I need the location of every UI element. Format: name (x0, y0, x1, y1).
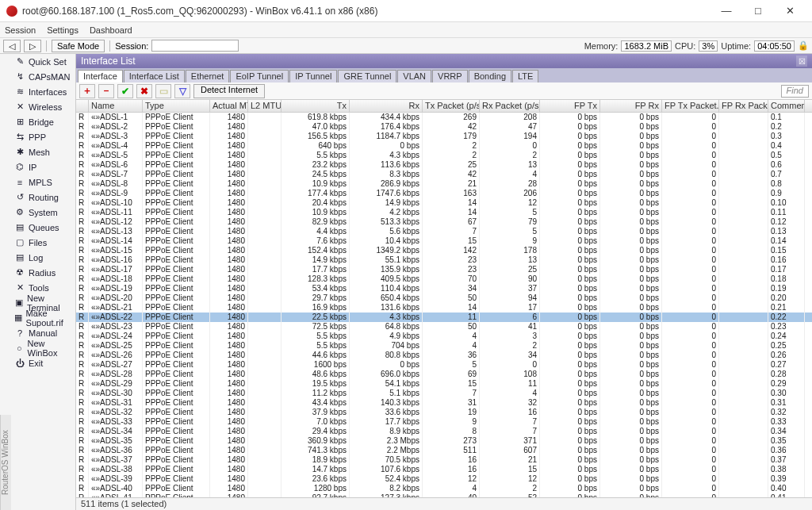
sidebar-item-log[interactable]: ▤Log (11, 250, 75, 265)
col-header[interactable]: Rx Packet (p/s) (480, 100, 540, 112)
sidebar-item-quick-set[interactable]: ✎Quick Set (11, 54, 75, 69)
table-row[interactable]: R«»ADSL-36PPPoE Client1480741.3 kbps2.2 … (76, 446, 812, 455)
table-row[interactable]: R«»ADSL-40PPPoE Client14801280 bps8.2 kb… (76, 484, 812, 493)
minimize-button[interactable]: — (710, 1, 742, 21)
menu-session[interactable]: Session (5, 25, 36, 35)
col-header[interactable]: Type (143, 100, 210, 112)
table-row[interactable]: R«»ADSL-18PPPoE Client1480128.3 kbps409.… (76, 274, 812, 284)
grid-header[interactable]: NameTypeActual MTUL2 MTUTxRxTx Packet (p… (76, 100, 812, 113)
table-row[interactable]: R«»ADSL-21PPPoE Client148016.9 kbps131.6… (76, 303, 812, 313)
table-row[interactable]: R«»ADSL-26PPPoE Client148044.6 kbps80.8 … (76, 351, 812, 360)
tab-bonding[interactable]: Bonding (469, 70, 511, 82)
detect-internet-button[interactable]: Detect Internet (193, 84, 265, 98)
table-row[interactable]: R«»ADSL-1PPPoE Client1480619.8 kbps434.4… (76, 113, 812, 122)
menu-dashboard[interactable]: Dashboard (90, 25, 132, 35)
table-row[interactable]: R«»ADSL-35PPPoE Client1480360.9 kbps2.3 … (76, 436, 812, 446)
table-row[interactable]: R«»ADSL-37PPPoE Client148018.9 kbps70.5 … (76, 455, 812, 465)
sidebar-item-mpls[interactable]: ≡MPLS (11, 174, 75, 190)
table-row[interactable]: R«»ADSL-12PPPoE Client148082.9 kbps513.3… (76, 217, 812, 227)
col-header[interactable]: Tx (282, 100, 350, 112)
sidebar-item-new-winbox[interactable]: ○New WinBox (11, 340, 75, 355)
tab-vrrp[interactable]: VRRP (432, 70, 468, 82)
table-row[interactable]: R«»ADSL-19PPPoE Client148053.4 kbps110.4… (76, 284, 812, 293)
table-row[interactable]: R«»ADSL-34PPPoE Client148029.4 kbps8.9 k… (76, 427, 812, 436)
inner-close-button[interactable]: ☒ (796, 56, 807, 67)
inner-window-header[interactable]: Interface List ☒ (76, 54, 812, 68)
table-row[interactable]: R«»ADSL-11PPPoE Client148010.9 kbps4.2 k… (76, 208, 812, 217)
table-row[interactable]: R«»ADSL-8PPPoE Client148010.9 kbps286.9 … (76, 179, 812, 189)
sidebar-item-ip[interactable]: ⌬IP (11, 159, 75, 174)
sidebar-item-files[interactable]: ▢Files (11, 235, 75, 250)
tab-ethernet[interactable]: Ethernet (186, 70, 230, 82)
filter-button[interactable]: ▽ (174, 84, 190, 98)
table-row[interactable]: R«»ADSL-28PPPoE Client148048.6 kbps696.0… (76, 370, 812, 379)
col-header[interactable]: FP Rx Packet... (719, 100, 768, 112)
col-header[interactable]: Comment ▼ (768, 100, 805, 112)
safe-mode-button[interactable]: Safe Mode (52, 40, 105, 52)
sidebar-item-queues[interactable]: ▤Queues (11, 220, 75, 235)
tab-ip-tunnel[interactable]: IP Tunnel (289, 70, 337, 82)
sidebar-item-bridge[interactable]: ⊞Bridge (11, 114, 75, 129)
sidebar-item-routing[interactable]: ↺Routing (11, 190, 75, 205)
table-row[interactable]: R«»ADSL-14PPPoE Client14807.6 kbps10.4 k… (76, 236, 812, 246)
table-row[interactable]: R«»ADSL-3PPPoE Client1480156.5 kbps1184.… (76, 132, 812, 141)
table-row[interactable]: R«»ADSL-10PPPoE Client148020.4 kbps14.9 … (76, 198, 812, 208)
col-header[interactable]: Actual MTU (210, 100, 248, 112)
menu-settings[interactable]: Settings (47, 25, 79, 35)
table-row[interactable]: R«»ADSL-25PPPoE Client14805.5 kbps704 bp… (76, 341, 812, 351)
table-row[interactable]: R«»ADSL-31PPPoE Client148043.4 kbps140.3… (76, 398, 812, 408)
tab-interface-list[interactable]: Interface List (124, 70, 185, 82)
session-input[interactable] (151, 40, 239, 52)
table-row[interactable]: R«»ADSL-16PPPoE Client148014.9 kbps55.1 … (76, 255, 812, 265)
sidebar-item-interfaces[interactable]: ≋Interfaces (11, 84, 75, 99)
table-row[interactable]: R«»ADSL-24PPPoE Client14805.5 kbps4.9 kb… (76, 332, 812, 341)
maximize-button[interactable]: □ (742, 1, 774, 21)
tab-eoip-tunnel[interactable]: EoIP Tunnel (230, 70, 289, 82)
table-row[interactable]: R«»ADSL-32PPPoE Client148037.9 kbps33.6 … (76, 408, 812, 417)
table-row[interactable]: R«»ADSL-30PPPoE Client148011.2 kbps5.1 k… (76, 389, 812, 398)
table-row[interactable]: R«»ADSL-38PPPoE Client148014.7 kbps107.6… (76, 465, 812, 474)
sidebar-item-mesh[interactable]: ✱Mesh (11, 144, 75, 159)
table-row[interactable]: R«»ADSL-27PPPoE Client14801600 bps0 bps5… (76, 360, 812, 370)
forward-button[interactable]: ▷ (24, 40, 41, 52)
comment-button[interactable]: ▭ (155, 84, 171, 98)
table-row[interactable]: R«»ADSL-29PPPoE Client148019.5 kbps54.1 … (76, 379, 812, 389)
table-row[interactable]: R«»ADSL-39PPPoE Client148023.6 kbps52.4 … (76, 474, 812, 484)
sidebar-item-system[interactable]: ⚙System (11, 205, 75, 220)
col-header[interactable]: L2 MTU (248, 100, 282, 112)
table-row[interactable]: R«»ADSL-9PPPoE Client1480177.4 kbps1747.… (76, 189, 812, 198)
tab-vlan[interactable]: VLAN (397, 70, 431, 82)
back-button[interactable]: ◁ (3, 40, 21, 52)
table-row[interactable]: R«»ADSL-7PPPoE Client148024.5 kbps8.3 kb… (76, 170, 812, 179)
table-row[interactable]: R«»ADSL-20PPPoE Client148029.7 kbps650.4… (76, 293, 812, 303)
col-header[interactable]: Name (89, 100, 143, 112)
sidebar-item-exit[interactable]: ⏻Exit (11, 355, 75, 370)
sidebar-item-radius[interactable]: ☢Radius (11, 265, 75, 280)
col-header[interactable] (76, 100, 89, 112)
col-header[interactable]: FP Tx (540, 100, 600, 112)
table-row[interactable]: R«»ADSL-2PPPoE Client148047.0 kbps176.4 … (76, 122, 812, 132)
table-row[interactable]: R«»ADSL-33PPPoE Client14807.0 kbps17.7 k… (76, 417, 812, 427)
table-row[interactable]: R«»ADSL-15PPPoE Client1480152.4 kbps1349… (76, 246, 812, 255)
tab-lte[interactable]: LTE (512, 70, 538, 82)
col-header[interactable]: Tx Packet (p/s) (423, 100, 480, 112)
table-row[interactable]: R«»ADSL-6PPPoE Client148023.2 kbps113.6 … (76, 160, 812, 170)
table-row[interactable]: R«»ADSL-22PPPoE Client148022.5 kbps4.3 k… (76, 313, 812, 322)
sidebar-item-ppp[interactable]: ⇆PPP (11, 129, 75, 144)
close-button[interactable]: ✕ (774, 1, 806, 21)
table-row[interactable]: R«»ADSL-41PPPoE Client148092.7 kbps127.3… (76, 493, 812, 497)
enable-button[interactable]: ✔ (117, 84, 133, 98)
col-header[interactable]: FP Tx Packet... (662, 100, 719, 112)
remove-button[interactable]: － (98, 84, 114, 98)
grid-body[interactable]: R«»ADSL-1PPPoE Client1480619.8 kbps434.4… (76, 113, 812, 497)
table-row[interactable]: R«»ADSL-13PPPoE Client14804.4 kbps5.6 kb… (76, 227, 812, 236)
tab-interface[interactable]: Interface (78, 70, 123, 82)
table-row[interactable]: R«»ADSL-17PPPoE Client148017.7 kbps135.9… (76, 265, 812, 274)
col-header[interactable]: FP Rx (600, 100, 662, 112)
sidebar-item-make-supout.rif[interactable]: ▦Make Supout.rif (11, 310, 75, 325)
table-row[interactable]: R«»ADSL-23PPPoE Client148072.5 kbps64.8 … (76, 322, 812, 332)
sidebar-item-capsman[interactable]: ↯CAPsMAN (11, 69, 75, 84)
disable-button[interactable]: ✖ (136, 84, 152, 98)
table-row[interactable]: R«»ADSL-5PPPoE Client14805.5 kbps4.3 kbp… (76, 151, 812, 160)
add-button[interactable]: ＋ (79, 84, 95, 98)
